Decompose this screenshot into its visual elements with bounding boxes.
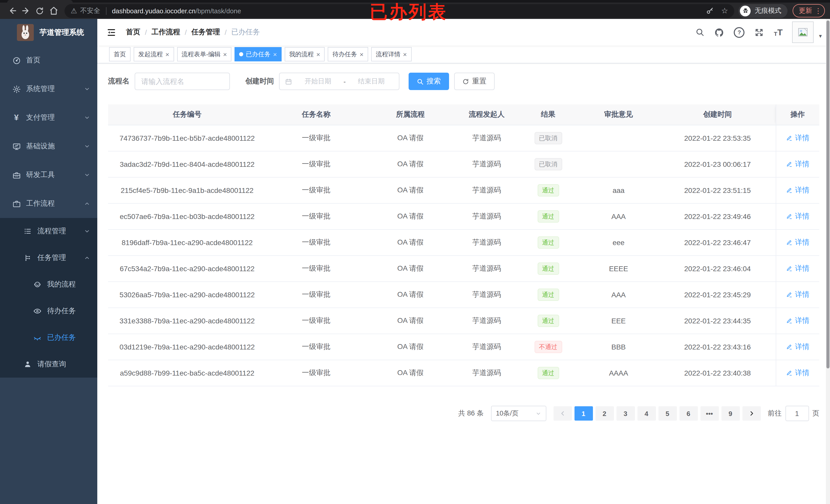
sidebar-item-todo-tasks[interactable]: 待办任务 — [0, 298, 97, 325]
sidebar-item-workflow[interactable]: 工作流程 — [0, 189, 97, 218]
cell-result: 不通过 — [519, 334, 578, 360]
sidebar-item-my-process[interactable]: 我的流程 — [0, 271, 97, 298]
detail-link[interactable]: 详情 — [786, 160, 809, 169]
sidebar-item-payment[interactable]: ¥ 支付管理 — [0, 103, 97, 132]
browser-menu-icon[interactable]: ⋮ — [815, 7, 822, 14]
close-icon[interactable]: × — [165, 51, 169, 58]
user-avatar[interactable] — [792, 22, 814, 43]
sidebar-item-infra[interactable]: 基础设施 — [0, 132, 97, 161]
cell-process: OA 请假 — [366, 151, 455, 177]
close-icon[interactable]: × — [360, 51, 363, 58]
search-button[interactable]: 搜索 — [409, 73, 449, 90]
goto-label: 前往 — [768, 409, 781, 418]
update-button[interactable]: 更新 ⋮ — [793, 4, 825, 18]
col-comment: 审批意见 — [578, 104, 660, 125]
page-button[interactable]: 1 — [574, 406, 593, 421]
detail-link[interactable]: 详情 — [786, 368, 809, 378]
sidebar-item-done-tasks[interactable]: 已办任务 — [0, 325, 97, 351]
reset-button[interactable]: 重置 — [454, 73, 494, 90]
fullscreen-icon[interactable] — [755, 27, 764, 37]
not-secure-label[interactable]: 不安全 — [80, 6, 100, 15]
page-button[interactable]: 4 — [637, 406, 656, 421]
scrollbar-thumb[interactable] — [826, 21, 829, 368]
bookmark-star-icon[interactable]: ☆ — [721, 6, 728, 15]
end-date-placeholder[interactable]: 结束日期 — [349, 77, 394, 86]
tab-label: 已办任务 — [246, 50, 270, 59]
browser-tab[interactable] — [7, 0, 73, 3]
password-key-icon[interactable] — [705, 6, 714, 15]
col-task-id: 任务编号 — [108, 104, 266, 125]
sidebar-toggle-icon[interactable] — [104, 25, 118, 39]
tab-done-tasks[interactable]: 已办任务 × — [234, 47, 281, 61]
page-ellipsis[interactable]: ••• — [700, 406, 719, 421]
sidebar-item-home[interactable]: 首页 — [0, 46, 97, 75]
sidebar-item-system[interactable]: 系统管理 — [0, 75, 97, 103]
detail-link[interactable]: 详情 — [786, 290, 809, 299]
cell-process: OA 请假 — [366, 177, 455, 203]
tab-process-detail[interactable]: 流程详情 × — [371, 47, 411, 61]
sidebar-item-devtools[interactable]: 研发工具 — [0, 161, 97, 189]
close-icon[interactable]: × — [316, 51, 320, 58]
cell-task-id: 8196daff-7b9a-11ec-a290-acde48001122 — [108, 230, 266, 256]
update-label: 更新 — [799, 6, 812, 15]
sidebar-item-label: 请假查询 — [37, 360, 90, 369]
briefcase-icon — [12, 199, 21, 208]
page-button[interactable]: 2 — [595, 406, 614, 421]
tab-form-edit[interactable]: 流程表单-编辑 × — [177, 47, 231, 61]
breadcrumb-item[interactable]: 首页 — [126, 28, 140, 37]
tab-my-process[interactable]: 我的流程 × — [285, 47, 325, 61]
detail-link[interactable]: 详情 — [786, 186, 809, 195]
goto-page-input[interactable] — [785, 406, 809, 421]
close-icon[interactable]: × — [223, 51, 227, 58]
sidebar-item-leave-query[interactable]: 请假查询 — [0, 351, 97, 378]
detail-link[interactable]: 详情 — [786, 264, 809, 273]
cell-task-id: 03d1219e-7b9a-11ec-a290-acde48001122 — [108, 334, 266, 360]
reload-icon[interactable] — [33, 4, 46, 18]
home-icon[interactable] — [46, 4, 60, 18]
breadcrumb-item[interactable]: 任务管理 — [191, 28, 220, 37]
cell-process: OA 请假 — [366, 360, 455, 386]
main-area: 首页 / 工作流程 / 任务管理 / 已办任务 ? — [97, 19, 830, 504]
search-icon[interactable] — [696, 28, 705, 37]
detail-link[interactable]: 详情 — [786, 238, 809, 247]
date-range-input[interactable]: 开始日期 - 结束日期 — [279, 73, 400, 90]
active-dot — [239, 52, 243, 56]
scrollbar[interactable] — [826, 19, 830, 504]
next-page-button[interactable] — [742, 406, 761, 421]
close-icon[interactable]: × — [273, 51, 277, 58]
page-button[interactable]: 3 — [616, 406, 635, 421]
incognito-badge: 无痕模式 — [738, 4, 788, 18]
start-date-placeholder[interactable]: 开始日期 — [295, 77, 341, 86]
sidebar-logo[interactable]: 芋道管理系统 — [0, 19, 97, 46]
detail-link[interactable]: 详情 — [786, 212, 809, 221]
chevron-down-icon — [535, 411, 541, 416]
search-icon — [417, 78, 423, 85]
detail-link[interactable]: 详情 — [786, 316, 809, 326]
tab-label: 首页 — [114, 50, 126, 59]
prev-page-button[interactable] — [553, 406, 572, 421]
tab-home[interactable]: 首页 — [109, 47, 131, 61]
page-size-select[interactable]: 10条/页 — [491, 406, 546, 421]
sidebar-item-label: 研发工具 — [26, 170, 84, 179]
sidebar-item-process-mgmt[interactable]: 流程管理 — [0, 218, 97, 244]
page-button[interactable]: 9 — [721, 406, 740, 421]
github-icon[interactable] — [714, 27, 724, 37]
help-icon[interactable]: ? — [734, 27, 745, 38]
chevron-down-icon[interactable]: ▾ — [819, 33, 822, 39]
sidebar-item-task-mgmt[interactable]: 任务管理 — [0, 244, 97, 271]
chevron-up-icon — [84, 201, 90, 207]
page-button[interactable]: 6 — [679, 406, 698, 421]
process-name-input[interactable] — [135, 73, 230, 90]
cell-task-id: 215cf4e5-7b9b-11ec-9a1b-acde48001122 — [108, 177, 266, 203]
detail-link[interactable]: 详情 — [786, 342, 809, 351]
close-icon[interactable]: × — [403, 51, 407, 58]
back-icon[interactable] — [5, 4, 19, 18]
tab-start-process[interactable]: 发起流程 × — [134, 47, 174, 61]
breadcrumb-item[interactable]: 工作流程 — [152, 28, 180, 37]
forward-icon[interactable] — [19, 4, 33, 18]
page-button[interactable]: 5 — [658, 406, 677, 421]
tab-todo-tasks[interactable]: 待办任务 × — [328, 47, 368, 61]
font-size-icon[interactable]: TT — [774, 28, 783, 37]
detail-link[interactable]: 详情 — [786, 134, 809, 143]
cell-result: 通过 — [519, 177, 578, 203]
